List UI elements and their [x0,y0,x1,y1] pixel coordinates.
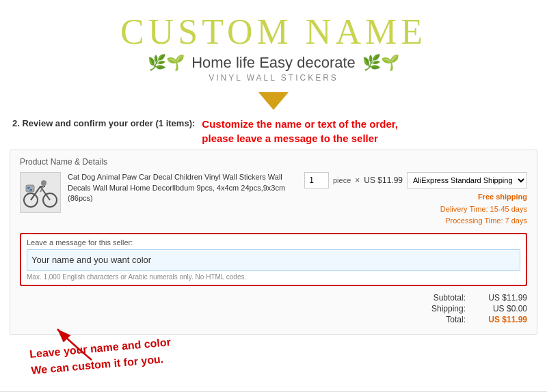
subtitle-text: Home life Easy decorate [191,54,356,72]
subtotal-label: Subtotal: [425,293,466,303]
subtitle-row: 🌿🌱 Home life Easy decorate 🌿🌱 [0,54,547,72]
tree-left-icon: 🌿🌱 [148,54,185,72]
annotation-area: Leave your name and color We can custom … [10,335,537,386]
product-price: US $11.99 [364,176,403,185]
svg-point-7 [41,180,46,186]
product-image-inner: 🐾 [21,173,60,212]
processing-time: Processing Time: 7 days [440,215,527,227]
total-value: US $11.99 [479,315,527,324]
step-instruction: Customize the name or text of the order,… [202,117,398,145]
unit-label: piece [333,176,351,184]
quantity-input[interactable] [304,172,329,188]
instruction-line2: please leave a message to the seller [202,131,398,145]
svg-text:🐾: 🐾 [27,186,33,192]
subtotal-value: US $11.99 [479,293,527,303]
free-shipping-label: Free shipping [440,191,527,204]
step-row: 2. Review and confirm your order (1 item… [0,117,547,150]
product-image: 🐾 [20,172,61,213]
step-label: 2. Review and confirm your order (1 item… [12,117,195,128]
totals-section: Subtotal: US $11.99 Shipping: US $0.00 T… [20,290,527,327]
shipping-label: Shipping: [425,304,466,313]
total-row: Total: US $11.99 [425,315,527,324]
message-container: Leave a message for this seller: Max. 1,… [20,233,527,286]
product-name: Cat Dog Animal Paw Car Decal Children Vi… [68,172,297,204]
product-controls: piece × US $11.99 AliExpress Standard Sh… [304,172,527,227]
order-panel: Product Name & Details [10,150,537,335]
delivery-time: Delivery Time: 15-45 days [440,204,527,216]
svg-rect-0 [21,173,60,212]
brand-title: CUSTOM NAME [0,12,547,51]
product-details: Cat Dog Animal Paw Car Decal Children Vi… [68,172,297,204]
tree-right-icon: 🌿🌱 [362,54,399,72]
subtotal-row: Subtotal: US $11.99 [425,293,527,303]
shipping-value: US $0.00 [479,304,527,313]
message-label: Leave a message for this seller: [27,238,520,247]
page-header: CUSTOM NAME 🌿🌱 Home life Easy decorate 🌿… [0,0,547,87]
product-row: 🐾 Cat Dog Animal Paw Car Decal Children … [20,172,527,227]
message-input[interactable] [27,249,520,271]
subtitle2-text: VINYL WALL STICKERS [0,73,547,83]
panel-header: Product Name & Details [20,157,527,167]
instruction-line1: Customize the name or text of the order, [202,117,398,131]
shipping-info: Free shipping Delivery Time: 15-45 days … [440,191,527,227]
total-label: Total: [425,315,466,324]
message-hint: Max. 1,000 English characters or Arabic … [27,273,520,281]
shipping-row: Shipping: US $0.00 [425,304,527,313]
shipping-select[interactable]: AliExpress Standard Shipping [407,172,527,188]
arrow-down-icon [0,92,547,113]
multiply-symbol: × [355,176,360,185]
